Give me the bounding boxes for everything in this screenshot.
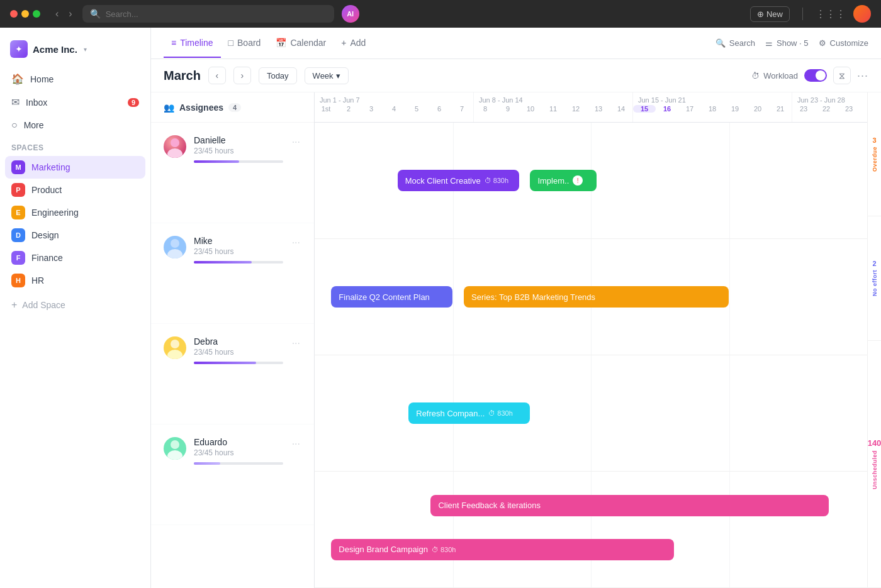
sidebar-item-marketing[interactable]: M Marketing bbox=[5, 156, 145, 179]
product-dot: P bbox=[11, 183, 25, 197]
assignee-progress bbox=[194, 362, 283, 364]
list-item: Danielle 23/45 hours ··· bbox=[151, 123, 314, 223]
assignee-info-debra: Debra 23/45 hours bbox=[194, 336, 283, 364]
no-effort-section[interactable]: 2 No effort bbox=[868, 216, 881, 340]
tab-calendar[interactable]: 📅 Calendar bbox=[268, 29, 334, 58]
day-cell: 9 bbox=[497, 105, 519, 113]
chevron-down-icon: ▾ bbox=[84, 46, 87, 53]
add-tab-icon: + bbox=[341, 38, 346, 48]
progress-fill bbox=[194, 462, 220, 465]
workload-button[interactable]: ⏱ Workload bbox=[751, 71, 798, 80]
workload-label: Workload bbox=[763, 71, 798, 80]
day-cell: 24 bbox=[860, 105, 867, 113]
day-cell: 19 bbox=[724, 105, 746, 113]
sidebar-home-label: Home bbox=[30, 74, 53, 84]
more-options-button[interactable]: ··· bbox=[857, 69, 868, 82]
next-month-button[interactable]: › bbox=[233, 67, 251, 84]
sidebar-item-finance[interactable]: F Finance bbox=[5, 247, 145, 269]
logo-area[interactable]: ✦ Acme Inc. ▾ bbox=[5, 35, 145, 68]
engineering-label: Engineering bbox=[31, 208, 79, 218]
sidebar-item-engineering[interactable]: E Engineering bbox=[5, 201, 145, 224]
task-finalize-q2[interactable]: Finalize Q2 Content Plan bbox=[331, 286, 452, 308]
week-label-1: Jun 1 - Jun 7 bbox=[315, 92, 473, 105]
task-label: Finalize Q2 Content Plan bbox=[339, 292, 430, 302]
nav-arrows: ‹ › bbox=[53, 7, 75, 21]
list-item: Debra 23/45 hours ··· bbox=[151, 324, 314, 424]
back-arrow[interactable]: ‹ bbox=[53, 7, 61, 21]
task-implement[interactable]: Implem.. ! bbox=[530, 170, 596, 191]
sidebar-item-design[interactable]: D Design bbox=[5, 224, 145, 247]
tab-add[interactable]: + Add bbox=[334, 29, 373, 58]
task-label: Client Feedback & iterations bbox=[438, 501, 541, 510]
design-label: Design bbox=[31, 230, 59, 240]
workload-toggle[interactable] bbox=[804, 69, 827, 82]
clock-icon: ⏱ bbox=[432, 546, 439, 553]
assignee-hours: 23/45 hours bbox=[194, 147, 283, 155]
day-cell: 13 bbox=[587, 105, 610, 113]
overdue-section[interactable]: 3 Overdue bbox=[868, 92, 881, 216]
close-dot[interactable] bbox=[10, 10, 18, 18]
row-menu-button[interactable]: ··· bbox=[291, 236, 301, 250]
filter-button[interactable]: ⧖ bbox=[833, 67, 851, 84]
row-menu-button[interactable]: ··· bbox=[291, 135, 301, 149]
forward-arrow[interactable]: › bbox=[66, 7, 74, 21]
svg-point-3 bbox=[167, 249, 182, 258]
minimize-dot[interactable] bbox=[21, 10, 29, 18]
search-btn[interactable]: 🔍 Search bbox=[715, 38, 755, 48]
week-label-4: Jun 23 - Jun 28 bbox=[792, 92, 867, 105]
unscheduled-section[interactable]: 140 Unscheduled bbox=[868, 341, 881, 589]
sidebar-inbox-label: Inbox bbox=[26, 97, 47, 108]
sidebar-item-inbox[interactable]: ✉ Inbox 9 bbox=[5, 91, 145, 113]
sidebar-item-product[interactable]: P Product bbox=[5, 179, 145, 201]
global-search-input[interactable] bbox=[106, 9, 327, 19]
task-design-brand[interactable]: Design Brand Campaign ⏱ 830h bbox=[331, 539, 673, 560]
design-dot: D bbox=[11, 228, 25, 242]
ai-badge[interactable]: AI bbox=[342, 5, 359, 23]
prev-month-button[interactable]: ‹ bbox=[208, 67, 226, 84]
toggle-knob bbox=[816, 70, 826, 80]
warning-icon: ! bbox=[573, 175, 583, 186]
assignee-info-eduardo: Eduardo 23/45 hours bbox=[194, 437, 283, 465]
sidebar-item-hr[interactable]: H HR bbox=[5, 269, 145, 292]
sidebar-item-more[interactable]: ○ More bbox=[5, 114, 145, 136]
avatar bbox=[164, 135, 186, 158]
timeline-row-eduardo: Client Feedback & iterations Design Bran… bbox=[315, 472, 867, 588]
svg-point-5 bbox=[167, 350, 182, 359]
avatar bbox=[164, 336, 186, 359]
add-label: Add bbox=[350, 38, 366, 48]
task-series-b2b[interactable]: Series: Top B2B Marketing Trends bbox=[464, 286, 729, 308]
maximize-dot[interactable] bbox=[33, 10, 40, 18]
row-menu-button[interactable]: ··· bbox=[291, 336, 301, 350]
sidebar-nav: 🏠 Home ✉ Inbox 9 ○ More bbox=[5, 68, 145, 136]
assignee-info-mike: Mike 23/45 hours bbox=[194, 236, 283, 263]
day-cell-today: 15 bbox=[633, 105, 656, 113]
progress-fill bbox=[194, 160, 239, 163]
task-refresh-company[interactable]: Refresh Compan... ⏱ 830h bbox=[408, 402, 530, 424]
show-btn[interactable]: ⚌ Show · 5 bbox=[765, 38, 809, 48]
view-tabs: ≡ Timeline □ Board 📅 Calendar + Add 🔍 Se… bbox=[151, 28, 881, 59]
user-avatar[interactable] bbox=[853, 5, 871, 23]
sidebar-more-label: More bbox=[24, 120, 44, 130]
today-button[interactable]: Today bbox=[259, 67, 297, 84]
sidebar-item-home[interactable]: 🏠 Home bbox=[5, 68, 145, 90]
tab-board[interactable]: □ Board bbox=[221, 29, 269, 58]
assignee-name: Mike bbox=[194, 236, 283, 246]
task-label: Series: Top B2B Marketing Trends bbox=[471, 292, 595, 302]
week-label-3: Jun 15 - Jun 21 bbox=[633, 92, 792, 105]
global-search-bar[interactable]: 🔍 bbox=[82, 5, 334, 23]
plus-icon: + bbox=[11, 299, 17, 311]
clock-icon: ⏱ bbox=[485, 177, 491, 184]
row-menu-button[interactable]: ··· bbox=[291, 437, 301, 451]
new-button[interactable]: ⊕ New bbox=[750, 6, 790, 22]
week-selector[interactable]: Week ▾ bbox=[305, 67, 349, 84]
grid-icon[interactable]: ⋮⋮⋮ bbox=[816, 8, 846, 20]
finance-label: Finance bbox=[31, 253, 63, 263]
unscheduled-label: Unscheduled bbox=[872, 450, 878, 489]
overdue-count: 3 bbox=[872, 136, 876, 144]
task-client-feedback[interactable]: Client Feedback & iterations bbox=[430, 495, 828, 516]
task-mock-client-creative[interactable]: Mock Client Creative ⏱ 830h bbox=[398, 170, 519, 191]
tab-timeline[interactable]: ≡ Timeline bbox=[164, 29, 221, 58]
assignee-progress bbox=[194, 261, 283, 263]
customize-btn[interactable]: ⚙ Customize bbox=[819, 38, 868, 48]
add-space-button[interactable]: + Add Space bbox=[5, 294, 145, 316]
